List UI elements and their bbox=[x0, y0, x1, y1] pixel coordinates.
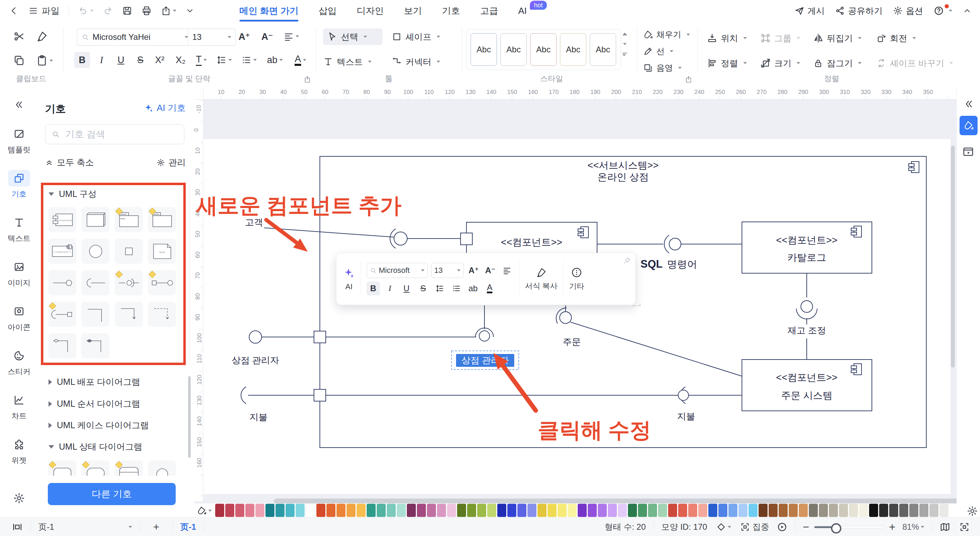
port[interactable] bbox=[461, 233, 473, 245]
symbol-elbow-connector[interactable] bbox=[81, 302, 110, 327]
shadow-button[interactable]: 음영 bbox=[643, 61, 682, 75]
style-preset-5[interactable]: Abc bbox=[590, 33, 616, 66]
color-swatch[interactable] bbox=[789, 504, 798, 517]
bold-button[interactable]: B bbox=[74, 52, 90, 68]
symbol-state-2[interactable] bbox=[81, 460, 110, 476]
back-icon[interactable] bbox=[9, 6, 19, 16]
mini-italic-button[interactable]: I bbox=[383, 282, 396, 295]
ball-interface[interactable] bbox=[678, 390, 689, 400]
color-swatch[interactable] bbox=[839, 504, 848, 517]
redo-button[interactable] bbox=[103, 6, 113, 16]
select-tool-button[interactable]: 선택 bbox=[323, 29, 383, 45]
underline-button[interactable]: U bbox=[113, 52, 129, 68]
color-swatch[interactable] bbox=[920, 504, 928, 517]
symbol-component-stereotype[interactable]: <<component>> bbox=[48, 239, 76, 264]
color-swatch[interactable] bbox=[296, 504, 305, 517]
sidebar-item-text[interactable]: 텍스트 bbox=[0, 214, 38, 244]
tab-advanced[interactable]: 고급 bbox=[480, 0, 498, 21]
focus-button[interactable]: 집중 bbox=[740, 522, 769, 533]
mini-list-button[interactable] bbox=[450, 282, 463, 295]
symbol-module[interactable] bbox=[81, 207, 110, 232]
color-swatch[interactable] bbox=[275, 504, 285, 517]
mini-size-select[interactable]: 13 bbox=[431, 263, 464, 278]
pin-icon[interactable] bbox=[623, 257, 631, 265]
flip-button[interactable]: 뒤집기 bbox=[813, 30, 861, 46]
color-swatch[interactable] bbox=[879, 504, 888, 517]
color-swatch[interactable] bbox=[729, 504, 737, 517]
color-swatch[interactable] bbox=[829, 504, 838, 517]
paste-button[interactable] bbox=[36, 55, 53, 67]
video-panel-button[interactable] bbox=[962, 146, 975, 157]
symbol-composition-connector[interactable] bbox=[81, 333, 110, 359]
symbol-search[interactable] bbox=[45, 124, 185, 144]
tab-view[interactable]: 보기 bbox=[404, 0, 422, 21]
sidebar-settings-icon[interactable] bbox=[13, 492, 25, 504]
selected-text-editor[interactable]: 상점 관리자 bbox=[452, 351, 519, 370]
symbol-port-required[interactable] bbox=[48, 302, 76, 327]
color-swatch[interactable] bbox=[869, 504, 878, 517]
strikethrough-button[interactable]: S bbox=[132, 52, 148, 68]
tab-main-screen[interactable]: 메인 화면 가기 bbox=[239, 0, 298, 21]
color-swatch[interactable] bbox=[387, 504, 396, 517]
color-swatch[interactable] bbox=[799, 504, 808, 517]
color-swatch[interactable] bbox=[608, 504, 617, 517]
ball-interface[interactable] bbox=[249, 331, 262, 343]
options-button[interactable]: 옵션 bbox=[893, 5, 923, 17]
color-swatch[interactable] bbox=[759, 504, 768, 517]
collapse-panel-icon[interactable] bbox=[13, 99, 24, 110]
color-swatch[interactable] bbox=[527, 504, 536, 517]
fill-color-button[interactable] bbox=[197, 506, 212, 515]
color-swatch[interactable] bbox=[457, 504, 466, 517]
symbol-assembly-connector[interactable] bbox=[115, 270, 143, 295]
color-swatch[interactable] bbox=[517, 504, 527, 517]
symbol-elbow-arrow[interactable] bbox=[115, 302, 143, 327]
rotate-button[interactable]: 회전 bbox=[876, 30, 916, 46]
color-swatch[interactable] bbox=[578, 504, 587, 517]
color-swatch[interactable] bbox=[407, 504, 416, 517]
sidebar-item-sticker[interactable]: 스티커 bbox=[0, 348, 38, 377]
color-swatch[interactable] bbox=[305, 504, 315, 518]
bullet-list-button[interactable] bbox=[241, 55, 257, 65]
ball-interface[interactable] bbox=[669, 238, 681, 250]
section-uml-state[interactable]: UML 상태 다이어그램 bbox=[49, 441, 142, 453]
tab-symbols[interactable]: 기호 bbox=[442, 0, 460, 21]
ball-interface[interactable] bbox=[560, 312, 571, 324]
presentation-button[interactable] bbox=[777, 522, 788, 532]
symbol-state-4[interactable] bbox=[148, 460, 176, 476]
zoom-level[interactable]: 81% bbox=[902, 522, 924, 532]
copy-button[interactable] bbox=[13, 55, 25, 67]
color-swatch[interactable] bbox=[588, 504, 597, 517]
connector-tool-button[interactable]: 커넥터 bbox=[391, 53, 440, 70]
color-swatch[interactable] bbox=[427, 504, 436, 517]
fill-button[interactable]: 채우기 bbox=[643, 28, 690, 41]
change-shape-button[interactable]: 셰이프 바꾸기 bbox=[876, 55, 953, 72]
help-button[interactable] bbox=[934, 6, 952, 16]
color-swatch[interactable] bbox=[397, 504, 406, 517]
color-swatch[interactable] bbox=[225, 504, 234, 517]
text-highlight-button[interactable]: ab bbox=[265, 52, 285, 68]
subscript-button[interactable]: X₂ bbox=[173, 52, 189, 68]
color-swatch[interactable] bbox=[738, 504, 748, 517]
format-panel-button[interactable] bbox=[959, 116, 978, 135]
save-button[interactable] bbox=[122, 6, 132, 16]
color-swatch[interactable] bbox=[568, 504, 577, 517]
symbol-aggregation-connector[interactable] bbox=[48, 333, 76, 359]
color-swatch[interactable] bbox=[939, 504, 948, 517]
color-swatch[interactable] bbox=[538, 504, 546, 517]
symbol-port[interactable] bbox=[115, 239, 143, 264]
ball-interface[interactable] bbox=[479, 331, 490, 341]
cut-button[interactable] bbox=[13, 30, 25, 42]
line-spacing-button[interactable] bbox=[216, 55, 232, 65]
color-swatch[interactable] bbox=[547, 504, 557, 517]
color-swatch[interactable] bbox=[235, 504, 244, 517]
symbol-provided-interface[interactable] bbox=[48, 270, 76, 295]
zoom-out-button[interactable]: − bbox=[803, 521, 810, 534]
page-tab[interactable]: 页-1 bbox=[181, 522, 196, 533]
symbol-search-input[interactable] bbox=[64, 129, 178, 140]
color-swatch[interactable] bbox=[367, 504, 375, 517]
mini-increase-font[interactable]: A⁺ bbox=[467, 263, 480, 278]
mini-highlight-button[interactable]: ab bbox=[466, 282, 480, 295]
group-button[interactable]: 그룹 bbox=[760, 30, 800, 46]
sidebar-item-template[interactable]: 템플릿 bbox=[0, 126, 38, 155]
color-swatch[interactable] bbox=[658, 504, 667, 517]
